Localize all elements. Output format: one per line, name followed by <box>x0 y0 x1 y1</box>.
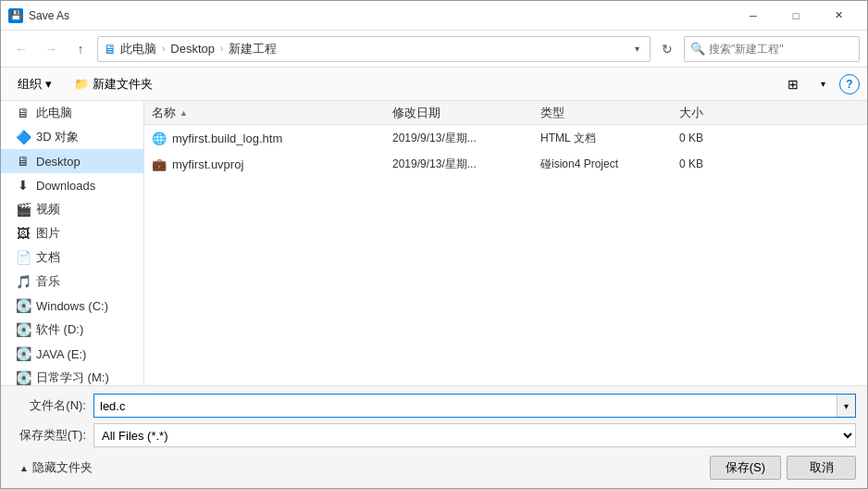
app-icon: 💾 <box>8 8 23 23</box>
sidebar-item-desktop[interactable]: 🖥 Desktop <box>1 149 143 173</box>
file-icon: 🌐 <box>152 131 167 145</box>
filename-input[interactable] <box>94 395 837 417</box>
windows-c-icon: 💽 <box>16 298 31 313</box>
address-part-desktop: Desktop <box>170 42 215 56</box>
sidebar-item-pictures[interactable]: 🖼 图片 <box>1 221 143 245</box>
address-toolbar: ← → ↑ 🖥 此电脑 › Desktop › 新建工程 ▾ ↻ 🔍 <box>1 31 867 68</box>
window-controls: ─ □ ✕ <box>732 1 860 31</box>
downloads-icon: ⬇ <box>16 178 31 193</box>
filename-row: 文件名(N): ▾ <box>12 394 856 418</box>
sidebar-item-downloads[interactable]: ⬇ Downloads <box>1 173 143 197</box>
3d-objects-icon: 🔷 <box>16 130 31 144</box>
column-date-header[interactable]: 修改日期 <box>392 105 540 121</box>
column-size-header[interactable]: 大小 <box>679 105 753 121</box>
sort-arrow: ▲ <box>180 108 188 118</box>
sidebar-item-daily-m[interactable]: 💽 日常学习 (M:) <box>1 366 143 385</box>
file-list: 🌐 myfirst.build_log.htm 2019/9/13/星期... … <box>144 125 867 385</box>
maximize-button[interactable]: □ <box>775 1 817 31</box>
filetype-select-wrapper: All Files (*.*) <box>93 423 856 447</box>
filetype-row: 保存类型(T): All Files (*.*) <box>12 423 856 447</box>
save-as-dialog: 💾 Save As ─ □ ✕ ← → ↑ 🖥 此电脑 › Desktop › … <box>0 0 868 489</box>
desktop-icon: 🖥 <box>16 154 31 169</box>
cancel-button[interactable]: 取消 <box>787 456 856 480</box>
address-dropdown-button[interactable]: ▾ <box>629 36 644 62</box>
sidebar-item-documents[interactable]: 📄 文档 <box>1 245 143 270</box>
main-area: 🖥 此电脑 🔷 3D 对象 🖥 Desktop ⬇ Downloads 🎬 视频… <box>1 101 867 385</box>
column-headers: 名称 ▲ 修改日期 类型 大小 <box>144 101 867 125</box>
address-sep-2: › <box>220 44 223 54</box>
file-icon: 💼 <box>152 157 167 171</box>
up-button[interactable]: ↑ <box>68 36 93 62</box>
address-part-pc: 此电脑 <box>120 41 156 57</box>
sidebar-item-music[interactable]: 🎵 音乐 <box>1 270 143 294</box>
sidebar-item-software-d[interactable]: 💽 软件 (D:) <box>1 318 143 342</box>
refresh-button[interactable]: ↻ <box>654 36 680 62</box>
view-toggle-button[interactable]: ⊞ <box>780 72 806 96</box>
hide-folders-button[interactable]: ▲ 隐藏文件夹 <box>12 455 100 481</box>
music-icon: 🎵 <box>16 274 31 289</box>
documents-icon: 📄 <box>16 250 31 265</box>
search-input[interactable] <box>709 43 853 56</box>
new-folder-icon: 📁 <box>74 77 89 91</box>
filename-label: 文件名(N): <box>12 397 86 414</box>
filetype-select[interactable]: All Files (*.*) <box>94 424 855 446</box>
organize-button[interactable]: 组织 ▾ <box>8 72 61 96</box>
forward-button[interactable]: → <box>38 36 64 62</box>
sidebar-item-videos[interactable]: 🎬 视频 <box>1 197 143 221</box>
pc-icon: 🖥 <box>104 42 117 56</box>
new-folder-button[interactable]: 📁 新建文件夹 <box>65 72 162 96</box>
view-dropdown-button[interactable]: ▾ <box>810 72 836 96</box>
expand-icon: ▲ <box>19 463 29 473</box>
address-part-project: 新建工程 <box>229 41 277 57</box>
file-area: 名称 ▲ 修改日期 类型 大小 🌐 myfirst.build_log <box>144 101 867 385</box>
help-button[interactable]: ? <box>839 74 860 94</box>
videos-icon: 🎬 <box>16 202 31 217</box>
sidebar-item-java-e[interactable]: 💽 JAVA (E:) <box>1 342 143 366</box>
close-button[interactable]: ✕ <box>817 1 860 31</box>
file-row[interactable]: 🌐 myfirst.build_log.htm 2019/9/13/星期... … <box>144 125 867 151</box>
this-pc-icon: 🖥 <box>16 106 31 120</box>
sidebar-item-3d-objects[interactable]: 🔷 3D 对象 <box>1 125 143 149</box>
java-e-icon: 💽 <box>16 346 31 361</box>
filetype-label: 保存类型(T): <box>12 427 86 444</box>
address-bar[interactable]: 🖥 此电脑 › Desktop › 新建工程 ▾ <box>97 36 651 62</box>
software-d-icon: 💽 <box>16 322 31 337</box>
back-button[interactable]: ← <box>8 36 34 62</box>
column-name-header[interactable]: 名称 ▲ <box>152 105 392 121</box>
minimize-button[interactable]: ─ <box>732 1 775 31</box>
daily-m-icon: 💽 <box>16 370 31 385</box>
title-bar: 💾 Save As ─ □ ✕ <box>1 1 867 31</box>
sidebar-item-windows-c[interactable]: 💽 Windows (C:) <box>1 294 143 318</box>
search-icon: 🔍 <box>690 42 705 56</box>
search-box: 🔍 <box>684 36 860 62</box>
sidebar: 🖥 此电脑 🔷 3D 对象 🖥 Desktop ⬇ Downloads 🎬 视频… <box>1 101 144 385</box>
window-title: Save As <box>29 9 732 22</box>
command-toolbar: 组织 ▾ 📁 新建文件夹 ⊞ ▾ ? <box>1 68 867 101</box>
file-row[interactable]: 💼 myfirst.uvproj 2019/9/13/星期... 碰ision4… <box>144 151 867 177</box>
pictures-icon: 🖼 <box>16 226 31 241</box>
column-type-header[interactable]: 类型 <box>540 105 679 121</box>
sidebar-item-this-pc[interactable]: 🖥 此电脑 <box>1 101 143 125</box>
action-row: ▲ 隐藏文件夹 保存(S) 取消 <box>12 455 856 481</box>
save-button[interactable]: 保存(S) <box>710 456 781 480</box>
filename-input-wrapper: ▾ <box>93 394 856 418</box>
address-sep-1: › <box>162 44 165 54</box>
bottom-area: 文件名(N): ▾ 保存类型(T): All Files (*.*) ▲ 隐藏文… <box>1 385 867 488</box>
filename-dropdown-button[interactable]: ▾ <box>837 395 855 417</box>
